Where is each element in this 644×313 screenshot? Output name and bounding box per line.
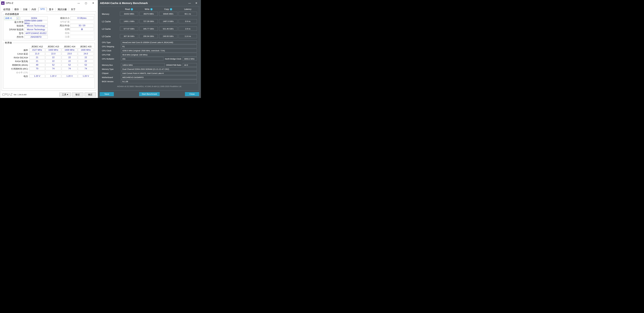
bench-cell: 30645 MB/s bbox=[159, 12, 177, 16]
field-label: 最大带宽 bbox=[4, 20, 24, 24]
tab-2[interactable]: 主板 bbox=[21, 7, 29, 11]
validate-button[interactable]: 验证 bbox=[72, 93, 83, 96]
ok-button[interactable]: 确定 bbox=[84, 93, 96, 96]
field-label: 注册 bbox=[50, 35, 70, 38]
tab-1[interactable]: 缓存 bbox=[12, 7, 20, 11]
start-benchmark-button[interactable]: Start Benchmark bbox=[139, 92, 160, 96]
info-label: Memory Type bbox=[102, 67, 120, 71]
info-value: HexaCore Intel Core i5-10500H (Comet Lak… bbox=[121, 40, 197, 44]
field-label: 校验 bbox=[50, 31, 70, 35]
bench-cell: 2.8 ns bbox=[179, 27, 197, 31]
field-value: 29AD0EFD bbox=[24, 35, 48, 39]
timing-cell: 74 bbox=[46, 67, 61, 70]
bench-col-header: Copy i bbox=[159, 8, 177, 10]
info-icon[interactable]: i bbox=[170, 8, 172, 10]
timing-row-header: 电压 bbox=[4, 75, 29, 78]
field-value: 32 / 20 bbox=[70, 24, 94, 27]
bench-col-header: Write i bbox=[140, 8, 158, 10]
bench-row-header: L2 Cache bbox=[102, 27, 118, 31]
tab-0[interactable]: 处理器 bbox=[2, 7, 12, 11]
aida-body: Read iWrite iCopy iLatencyMemory34453 MB… bbox=[100, 6, 199, 91]
info-value: Intel Comet Point-H HM470, Intel Comet L… bbox=[121, 71, 197, 75]
timing-cell: 74 bbox=[78, 67, 94, 70]
info-value: R1 bbox=[121, 45, 197, 48]
timing-cell: 22.0 bbox=[46, 52, 61, 55]
timing-cell: 22 bbox=[62, 56, 78, 59]
cpuz-titlebar[interactable]: ◈ CPU-Z — ▢ ✕ bbox=[0, 0, 98, 6]
cpuz-version: Ver. 1.94.8.x64 bbox=[14, 94, 26, 96]
field-value bbox=[70, 35, 94, 38]
timing-row-header: 周期时间 (tRAS) bbox=[4, 63, 29, 67]
bench-cell: 60.1 ns bbox=[179, 12, 197, 16]
field-label: 模块大小 bbox=[50, 16, 70, 20]
save-button[interactable]: Save bbox=[100, 92, 114, 96]
info-icon[interactable]: i bbox=[150, 8, 153, 10]
close-button[interactable]: Close bbox=[185, 92, 199, 96]
cpuz-tabstrip: 处理器缓存主板内存SPD显卡测試分數关于 bbox=[0, 6, 98, 11]
cpuz-title-text: CPU-Z bbox=[6, 2, 13, 4]
aida-window: AIDA64 Cache & Memory Benchmark — ✕ Read… bbox=[98, 0, 201, 98]
timing-cell: 70 bbox=[29, 67, 45, 70]
aida-copyright: AIDA64 v6.32.5600 / BenchDLL 4.5.841.8-x… bbox=[102, 85, 197, 87]
slot-select[interactable]: 插槽 #1▼ bbox=[4, 16, 20, 20]
bench-cell: 345.77 GB/s bbox=[140, 27, 158, 31]
field-value: Micron Technology bbox=[24, 24, 48, 27]
timing-cell bbox=[78, 71, 94, 74]
timing-cell: 22 bbox=[46, 60, 61, 63]
tab-7[interactable]: 关于 bbox=[69, 7, 77, 11]
timing-row-header: RAS# 预充电 bbox=[4, 60, 29, 63]
bench-cell: 307.30 GB/s bbox=[120, 34, 138, 38]
timing-cell: 1527 MHz bbox=[29, 48, 45, 52]
timing-cell: 1.20 V bbox=[46, 75, 61, 78]
bench-cell: 1487.0 GB/s bbox=[159, 19, 177, 23]
timing-cell: 22 bbox=[62, 60, 78, 63]
info-value: N.1.08 bbox=[121, 80, 197, 83]
info-side-label: DRAM:FSB Ratio bbox=[166, 63, 182, 67]
bench-col-header: Latency bbox=[179, 8, 197, 10]
tools-button[interactable]: 工具 ▾ bbox=[60, 93, 71, 96]
timing-col-header: JEDEC #13 bbox=[46, 45, 61, 48]
minimize-button[interactable]: — bbox=[75, 0, 82, 6]
aida-titlebar[interactable]: AIDA64 Cache & Memory Benchmark — ✕ bbox=[98, 0, 201, 6]
tab-6[interactable]: 测試分數 bbox=[56, 7, 68, 11]
cpuz-window: ◈ CPU-Z — ▢ ✕ 处理器缓存主板内存SPD显卡测試分數关于 内存插槽选… bbox=[0, 0, 98, 98]
cpuz-app-icon: ◈ bbox=[1, 1, 4, 5]
timing-cell: 22 bbox=[46, 56, 61, 59]
benchmark-grid: Read iWrite iCopy iLatencyMemory34453 MB… bbox=[102, 8, 197, 38]
tab-5[interactable]: 显卡 bbox=[47, 7, 55, 11]
info-value: MECHREVO GK5MRFO bbox=[121, 75, 197, 79]
timing-row-header: CAS# 延迟 bbox=[4, 52, 29, 56]
field-value: 8 GBytes bbox=[70, 16, 94, 20]
tab-3[interactable]: 内存 bbox=[30, 7, 38, 11]
timing-cell: 1.20 V bbox=[78, 75, 94, 78]
close-button[interactable]: ✕ bbox=[194, 0, 199, 6]
field-label: 制造商 bbox=[4, 24, 24, 27]
cpuz-tab-body: 内存插槽选择 插槽 #1▼DDR4最大带宽DDR4-3200 (1600 MHz… bbox=[2, 11, 96, 91]
field-value bbox=[70, 31, 94, 35]
info-side-value: 3093.2 MHz bbox=[183, 57, 197, 61]
cpuz-footer: CPU-Z Ver. 1.94.8.x64 工具 ▾ 验证 确定 bbox=[0, 91, 98, 98]
timing-cell bbox=[46, 71, 61, 74]
timing-cell: 1.20 V bbox=[62, 75, 78, 78]
info-label: CPU Stepping bbox=[102, 45, 120, 48]
close-button[interactable]: ✕ bbox=[90, 0, 97, 6]
field-label: 型号 bbox=[4, 32, 24, 35]
timing-cell: 21.0 bbox=[29, 52, 45, 55]
bench-col-header: Read i bbox=[120, 8, 138, 10]
timing-cell: 1600 MHz bbox=[62, 48, 78, 52]
minimize-button[interactable]: — bbox=[187, 0, 192, 6]
field-label: 周次/年份 bbox=[50, 24, 70, 27]
tab-4[interactable]: SPD bbox=[38, 7, 47, 11]
timing-col-header: JEDEC #15 bbox=[78, 45, 94, 48]
timing-row-header: 频率 bbox=[4, 48, 29, 52]
info-label: CPU Type bbox=[102, 40, 120, 44]
maximize-button[interactable]: ▢ bbox=[82, 0, 90, 6]
timing-cell: 52 bbox=[46, 63, 61, 66]
info-icon[interactable]: i bbox=[131, 8, 133, 10]
timing-cell: 74 bbox=[62, 67, 78, 70]
timing-cell: 22 bbox=[78, 60, 94, 63]
info-value: 4290.5 MHz (original: 2500 MHz, overcloc… bbox=[121, 49, 197, 52]
timing-cell: 24.0 bbox=[78, 52, 94, 55]
bench-cell: 34453 MB/s bbox=[120, 12, 138, 16]
info-value: Dual Channel DDR4-2933 SDRAM (21-21-21-4… bbox=[121, 67, 197, 71]
